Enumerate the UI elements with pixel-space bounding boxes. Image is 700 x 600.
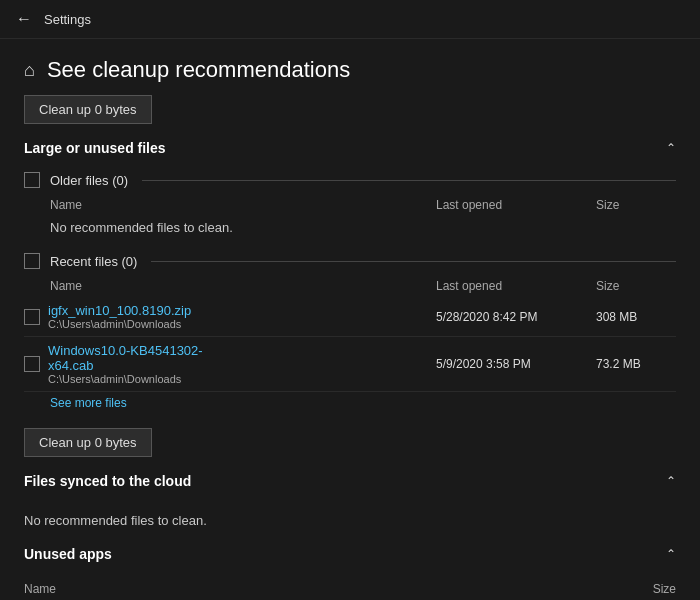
chevron-up-large-unused[interactable]: ⌃ xyxy=(666,141,676,155)
back-button[interactable]: ← xyxy=(16,10,32,28)
cleanup-button-top[interactable]: Clean up 0 bytes xyxy=(24,95,152,124)
file-date-2: 5/9/2020 3:58 PM xyxy=(436,357,596,371)
older-files-divider xyxy=(142,180,676,181)
file-info-2: Windows10.0-KB4541302-x64.cab C:\Users\a… xyxy=(48,343,436,385)
page-title: See cleanup recommendations xyxy=(47,57,350,83)
section-large-unused: Large or unused files ⌃ Older files (0) … xyxy=(24,140,676,414)
older-files-table-header: Name Last opened Size xyxy=(24,194,676,216)
recent-files-checkbox[interactable] xyxy=(24,253,40,269)
see-more-files[interactable]: See more files xyxy=(24,392,676,414)
section-cloud-files: Files synced to the cloud ⌃ No recommend… xyxy=(24,473,676,536)
apps-table-header: Name Size Date last used xyxy=(24,578,676,595)
chevron-up-cloud[interactable]: ⌃ xyxy=(666,474,676,488)
subsection-recent-files: Recent files (0) Name Last opened Size i… xyxy=(24,253,676,414)
cloud-no-files-msg: No recommended files to clean. xyxy=(24,505,676,536)
older-files-col-opened: Last opened xyxy=(436,198,596,212)
section-header-apps: Unused apps ⌃ xyxy=(24,546,676,568)
cleanup-button-bottom[interactable]: Clean up 0 bytes xyxy=(24,428,152,457)
recent-files-table-header: Name Last opened Size xyxy=(24,275,676,297)
file-checkbox-1[interactable] xyxy=(24,309,40,325)
older-files-header: Older files (0) xyxy=(24,172,676,188)
file-info-1: igfx_win10_100.8190.zip C:\Users\admin\D… xyxy=(48,303,436,330)
recent-files-header: Recent files (0) xyxy=(24,253,676,269)
file-size-1: 308 MB xyxy=(596,310,676,324)
chevron-up-apps[interactable]: ⌃ xyxy=(666,547,676,561)
file-date-1: 5/28/2020 8:42 PM xyxy=(436,310,596,324)
file-path-1: C:\Users\admin\Downloads xyxy=(48,318,436,330)
recent-files-col-opened: Last opened xyxy=(436,279,596,293)
file-name-2[interactable]: Windows10.0-KB4541302-x64.cab xyxy=(48,343,436,373)
subsection-older-files: Older files (0) Name Last opened Size No… xyxy=(24,172,676,239)
older-files-checkbox[interactable] xyxy=(24,172,40,188)
older-files-title: Older files (0) xyxy=(50,173,128,188)
title-bar-text: Settings xyxy=(44,12,91,27)
older-files-no-msg: No recommended files to clean. xyxy=(24,216,676,239)
home-icon: ⌂ xyxy=(24,60,35,81)
file-checkbox-2[interactable] xyxy=(24,356,40,372)
section-title-apps: Unused apps xyxy=(24,546,112,562)
recent-files-col-size: Size xyxy=(596,279,676,293)
file-row: Windows10.0-KB4541302-x64.cab C:\Users\a… xyxy=(24,337,676,392)
section-unused-apps: Unused apps ⌃ Name Size Date last used ♪… xyxy=(24,546,676,595)
file-name-1[interactable]: igfx_win10_100.8190.zip xyxy=(48,303,436,318)
apps-col-name: Name xyxy=(24,582,556,595)
section-title-cloud: Files synced to the cloud xyxy=(24,473,191,489)
section-title-large-unused: Large or unused files xyxy=(24,140,166,156)
apps-col-size: Size xyxy=(653,582,676,595)
recent-files-title: Recent files (0) xyxy=(50,254,137,269)
section-header-cloud: Files synced to the cloud ⌃ xyxy=(24,473,676,495)
older-files-col-name: Name xyxy=(50,198,436,212)
section-header-large-unused: Large or unused files ⌃ xyxy=(24,140,676,162)
content-area: Clean up 0 bytes Large or unused files ⌃… xyxy=(0,95,700,595)
file-size-2: 73.2 MB xyxy=(596,357,676,371)
recent-files-divider xyxy=(151,261,676,262)
recent-files-col-name: Name xyxy=(50,279,436,293)
title-bar: ← Settings xyxy=(0,0,700,39)
file-path-2: C:\Users\admin\Downloads xyxy=(48,373,436,385)
file-row: igfx_win10_100.8190.zip C:\Users\admin\D… xyxy=(24,297,676,337)
page-header: ⌂ See cleanup recommendations xyxy=(0,39,700,95)
older-files-col-size: Size xyxy=(596,198,676,212)
